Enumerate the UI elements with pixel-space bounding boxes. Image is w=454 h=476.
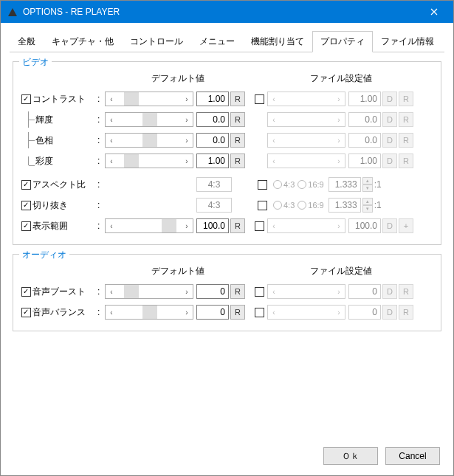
balance-file-reset[interactable]: R xyxy=(399,305,413,320)
chevron-right-icon[interactable]: › xyxy=(181,116,193,124)
saturation-file-reset[interactable]: R xyxy=(399,154,413,168)
boost-checkbox[interactable]: ✓ xyxy=(21,287,31,297)
balance-default-reset[interactable]: R xyxy=(230,305,245,320)
boost-file-value: 0 xyxy=(348,284,381,299)
aspect-file-checkbox[interactable] xyxy=(258,180,267,190)
tab-menu[interactable]: メニュー xyxy=(191,31,243,52)
tab-strip: 全般 キャプチャ・他 コントロール メニュー 機能割り当て プロパティ ファイル… xyxy=(10,30,444,52)
chevron-right-icon[interactable]: › xyxy=(181,308,193,317)
tab-general[interactable]: 全般 xyxy=(10,31,44,52)
chevron-right-icon[interactable]: › xyxy=(181,95,193,103)
saturation-file-d[interactable]: D xyxy=(382,154,397,168)
brightness-default-slider[interactable]: ‹ › xyxy=(105,112,193,127)
hue-file-slider[interactable]: ‹› xyxy=(267,133,345,148)
crop-radio-43[interactable] xyxy=(273,201,282,210)
brightness-default-value[interactable]: 0.0 xyxy=(196,112,229,127)
chevron-left-icon[interactable]: ‹ xyxy=(106,308,117,317)
hue-file-d[interactable]: D xyxy=(382,133,397,148)
range-file-plus[interactable]: + xyxy=(399,218,413,233)
aspect-radio-43[interactable] xyxy=(273,180,282,189)
cancel-button[interactable]: Cancel xyxy=(385,447,440,465)
chevron-right-icon[interactable]: › xyxy=(181,288,193,296)
boost-file-slider[interactable]: ‹› xyxy=(267,284,345,299)
chevron-right-icon[interactable]: › xyxy=(181,137,193,145)
hue-file-reset[interactable]: R xyxy=(399,133,413,148)
crop-checkbox[interactable]: ✓ xyxy=(21,201,31,210)
balance-default-slider[interactable]: ‹ › xyxy=(105,305,193,320)
brightness-file-slider[interactable]: ‹› xyxy=(267,112,345,127)
crop-file-checkbox[interactable] xyxy=(258,201,267,210)
crop-radio-169[interactable] xyxy=(297,201,306,210)
range-default-value[interactable]: 100.0 xyxy=(196,218,229,233)
contrast-file-checkbox[interactable] xyxy=(255,94,264,104)
chevron-left-icon[interactable]: ‹ xyxy=(106,116,117,124)
chevron-left-icon[interactable]: ‹ xyxy=(106,222,117,230)
aspect-default-value[interactable]: 4:3 xyxy=(196,177,232,192)
tab-assign[interactable]: 機能割り当て xyxy=(243,31,312,52)
saturation-default-slider[interactable]: ‹ › xyxy=(105,154,193,168)
chevron-right-icon[interactable]: › xyxy=(181,157,193,165)
hue-default-value[interactable]: 0.0 xyxy=(196,133,229,148)
close-button[interactable] xyxy=(419,1,453,23)
contrast-default-value[interactable]: 1.00 xyxy=(196,92,229,106)
tab-capture[interactable]: キャプチャ・他 xyxy=(44,31,122,52)
saturation-default-value[interactable]: 1.00 xyxy=(196,154,229,168)
tab-control[interactable]: コントロール xyxy=(122,31,191,52)
aspect-stepper[interactable]: ▴▾ xyxy=(362,177,373,192)
video-group: ビデオ デフォルト値 ファイル設定値 ✓ コントラスト : ‹ › 1.00 R… xyxy=(13,61,441,245)
range-file-slider[interactable]: ‹› xyxy=(267,218,345,233)
saturation-default-reset[interactable]: R xyxy=(230,154,245,168)
range-file-checkbox[interactable] xyxy=(255,221,264,231)
range-label: 表示範囲 xyxy=(31,220,97,232)
boost-file-checkbox[interactable] xyxy=(255,287,264,297)
chevron-right-icon[interactable]: › xyxy=(181,222,193,230)
chevron-left-icon[interactable]: ‹ xyxy=(106,137,117,145)
range-default-slider[interactable]: ‹ › xyxy=(105,218,193,233)
brightness-label: 輝度 xyxy=(31,114,97,126)
aspect-checkbox[interactable]: ✓ xyxy=(21,180,31,190)
contrast-default-slider[interactable]: ‹ › xyxy=(105,92,193,106)
boost-file-reset[interactable]: R xyxy=(399,284,413,299)
chevron-right-icon: › xyxy=(333,116,345,124)
ok-button[interactable]: Ｏｋ xyxy=(323,447,378,465)
boost-default-reset[interactable]: R xyxy=(230,284,245,299)
chevron-left-icon[interactable]: ‹ xyxy=(106,95,117,103)
chevron-left-icon[interactable]: ‹ xyxy=(106,157,117,165)
tab-property[interactable]: プロパティ xyxy=(312,31,373,52)
range-checkbox[interactable]: ✓ xyxy=(21,221,31,231)
balance-default-value[interactable]: 0 xyxy=(196,305,229,320)
chevron-left-icon[interactable]: ‹ xyxy=(106,288,117,296)
boost-default-value[interactable]: 0 xyxy=(196,284,229,299)
brightness-file-reset[interactable]: R xyxy=(399,112,413,127)
brightness-file-d[interactable]: D xyxy=(382,112,397,127)
chevron-left-icon: ‹ xyxy=(268,288,280,296)
chevron-up-icon: ▴ xyxy=(362,198,373,205)
balance-file-slider[interactable]: ‹› xyxy=(267,305,345,320)
contrast-file-reset[interactable]: R xyxy=(399,92,413,106)
contrast-checkbox[interactable]: ✓ xyxy=(21,94,31,104)
contrast-file-slider[interactable]: ‹› xyxy=(267,92,345,106)
crop-default-value[interactable]: 4:3 xyxy=(196,198,232,213)
hue-default-slider[interactable]: ‹ › xyxy=(105,133,193,148)
saturation-file-slider[interactable]: ‹› xyxy=(267,154,345,168)
tab-fileinfo[interactable]: ファイル情報 xyxy=(373,31,442,52)
balance-checkbox[interactable]: ✓ xyxy=(21,308,31,317)
aspect-radio-169[interactable] xyxy=(297,180,306,189)
hue-default-reset[interactable]: R xyxy=(230,133,245,148)
saturation-label: 彩度 xyxy=(31,155,97,168)
balance-file-checkbox[interactable] xyxy=(255,308,264,317)
contrast-file-d[interactable]: D xyxy=(382,92,397,106)
range-default-reset[interactable]: R xyxy=(230,218,245,233)
boost-default-slider[interactable]: ‹ › xyxy=(105,284,193,299)
chevron-right-icon: › xyxy=(333,288,345,296)
range-file-value: 100.0 xyxy=(348,218,381,233)
contrast-default-reset[interactable]: R xyxy=(230,92,245,106)
brightness-default-reset[interactable]: R xyxy=(230,112,245,127)
hue-file-value: 0.0 xyxy=(348,133,381,148)
balance-file-value: 0 xyxy=(348,305,381,320)
boost-file-d[interactable]: D xyxy=(382,284,397,299)
aspect-label: アスペクト比 xyxy=(31,179,97,191)
crop-stepper[interactable]: ▴▾ xyxy=(362,198,373,213)
range-file-d[interactable]: D xyxy=(382,218,397,233)
balance-file-d[interactable]: D xyxy=(382,305,397,320)
